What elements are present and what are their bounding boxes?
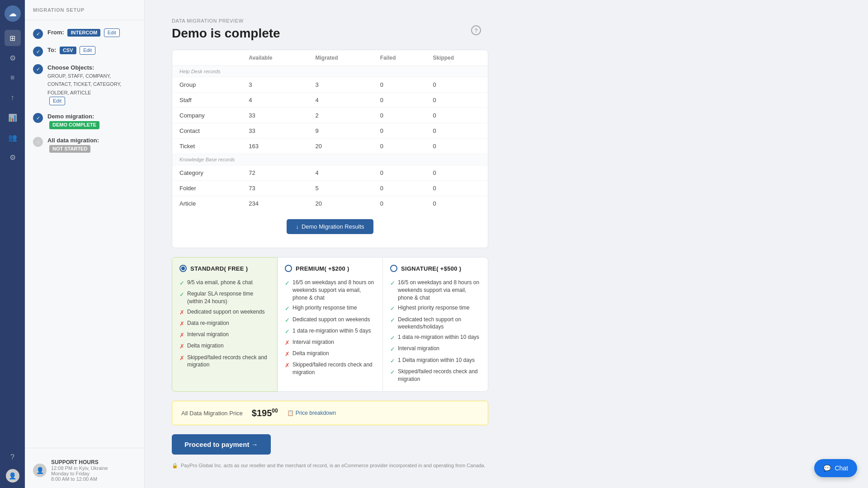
x-icon: ✗ [179, 354, 184, 362]
price-bar: All Data Migration Price $19500 📋 Price … [172, 401, 488, 425]
record-failed: 0 [373, 181, 426, 196]
record-migrated: 4 [308, 93, 373, 108]
record-migrated: 3 [308, 77, 373, 93]
record-migrated: 20 [308, 196, 373, 211]
pricing-card-standard[interactable]: STANDARD( FREE ) ✓9/5 via email, phone &… [172, 257, 278, 392]
nav-icon-gear2[interactable]: ⚙ [5, 149, 21, 165]
feature-item: ✓1 data re-migration within 5 days [285, 326, 375, 337]
table-row: Company 33 2 0 0 [172, 108, 488, 123]
user-avatar[interactable]: 👤 [6, 469, 19, 483]
record-failed: 0 [373, 196, 426, 211]
col-header-migrated: Migrated [308, 50, 373, 66]
check-icon: ✓ [285, 279, 290, 287]
plan-radio-premium[interactable] [285, 265, 292, 272]
plan-radio-signature[interactable] [390, 265, 397, 272]
feature-item: ✗Delta migration [179, 341, 270, 352]
record-failed: 0 [373, 139, 426, 154]
feature-item: ✓Dedicated tech support on weekends/holi… [390, 314, 481, 333]
record-available: 234 [241, 196, 308, 211]
col-header-available: Available [241, 50, 308, 66]
nav-icon-analytics[interactable]: 📊 [5, 109, 21, 126]
nav-icon-cloud[interactable]: ↑ [5, 89, 21, 106]
record-skipped: 0 [425, 139, 488, 154]
record-available: 33 [241, 108, 308, 123]
check-icon: ✓ [390, 357, 395, 365]
feature-list-premium: ✓16/5 on weekdays and 8 hours on weekend… [285, 277, 375, 378]
nav-icon-list[interactable]: ≡ [5, 70, 21, 86]
from-edit-button[interactable]: Edit [104, 28, 120, 37]
sidebar-steps: ✓ From: INTERCOM Edit ✓ To: CSV Edit ✓ C… [25, 20, 144, 448]
step-label-demo: Demo migration: DEMO COMPLETE [47, 113, 136, 129]
col-header-failed: Failed [373, 50, 426, 66]
step-circle-full: ○ [33, 137, 43, 147]
proceed-button[interactable]: Proceed to payment → [172, 434, 271, 455]
step-circle-from: ✓ [33, 29, 43, 39]
record-name: Group [172, 77, 241, 93]
nav-icon-dashboard[interactable]: ⊞ [5, 30, 21, 46]
nav-icon-users[interactable]: 👥 [5, 129, 21, 145]
col-header-record [172, 50, 241, 66]
step-label-objects: Choose Objects: GROUP, STAFF, COMPANY, C… [47, 64, 136, 105]
help-icon[interactable]: ? [471, 25, 481, 35]
plan-radio-standard[interactable] [179, 265, 187, 272]
pricing-card-premium[interactable]: PREMIUM( +$200 ) ✓16/5 on weekdays and 8… [278, 257, 383, 392]
pricing-section: STANDARD( FREE ) ✓9/5 via email, phone &… [172, 257, 488, 392]
lock-icon: 🔒 [172, 462, 178, 469]
record-available: 33 [241, 123, 308, 139]
feature-item: ✓Dedicated support on weekends [285, 314, 375, 326]
col-header-skipped: Skipped [425, 50, 488, 66]
plan-header: STANDARD( FREE ) [179, 265, 270, 272]
step-circle-demo: ✓ [33, 113, 43, 123]
record-available: 72 [241, 165, 308, 181]
plan-name-standard: STANDARD( FREE ) [190, 265, 248, 272]
table-section-row: Knowledge Base records [172, 154, 488, 165]
price-breakdown-link[interactable]: 📋 Price breakdown [287, 410, 336, 416]
check-icon: ✓ [179, 279, 184, 287]
footer-avatar: 👤 [33, 464, 47, 477]
page-title: Demo is complete [172, 26, 488, 41]
download-icon: ↓ [296, 223, 299, 230]
record-failed: 0 [373, 123, 426, 139]
nav-icon-help[interactable]: ? [5, 449, 21, 465]
pricing-card-signature[interactable]: SIGNATURE( +$500 ) ✓16/5 on weekdays and… [383, 257, 488, 392]
record-name: Company [172, 108, 241, 123]
record-skipped: 0 [425, 77, 488, 93]
x-icon: ✗ [179, 320, 184, 328]
demo-tag: DEMO COMPLETE [49, 121, 99, 129]
record-skipped: 0 [425, 165, 488, 181]
demo-results-button[interactable]: ↓ Demo Migration Results [287, 219, 373, 234]
support-timezone: 12:08 PM in Kyiv, Ukraine [51, 465, 108, 471]
payment-note: 🔒 PayPro Global Inc. acts as our reselle… [172, 462, 488, 469]
full-tag: NOT STARTED [49, 145, 90, 153]
sidebar: MIGRATION SETUP ✓ From: INTERCOM Edit ✓ … [25, 0, 145, 488]
chat-button[interactable]: 💬 Chat [814, 459, 857, 477]
feature-item: ✓Interval migration [390, 343, 481, 355]
record-skipped: 0 [425, 123, 488, 139]
results-card: Available Migrated Failed Skipped Help D… [172, 50, 488, 248]
record-available: 73 [241, 181, 308, 196]
step-objects: ✓ Choose Objects: GROUP, STAFF, COMPANY,… [33, 64, 136, 105]
record-name: Ticket [172, 139, 241, 154]
feature-list-signature: ✓16/5 on weekdays and 8 hours on weekend… [390, 277, 481, 384]
record-available: 4 [241, 93, 308, 108]
objects-edit-button[interactable]: Edit [49, 97, 65, 105]
feature-item: ✓1 data re-migration within 10 days [390, 332, 481, 343]
step-full: ○ All data migration: NOT STARTED [33, 136, 136, 153]
feature-item: ✓9/5 via email, phone & chat [179, 277, 270, 289]
feature-list-standard: ✓9/5 via email, phone & chat✓Regular SLA… [179, 277, 270, 370]
step-from: ✓ From: INTERCOM Edit [33, 28, 136, 39]
table-row: Folder 73 5 0 0 [172, 181, 488, 196]
record-failed: 0 [373, 108, 426, 123]
step-label-from: From: INTERCOM Edit [47, 28, 120, 37]
x-icon: ✗ [179, 309, 184, 317]
to-tag: CSV [60, 47, 76, 54]
record-failed: 0 [373, 93, 426, 108]
app-logo[interactable]: ☁ [5, 5, 21, 22]
to-edit-button[interactable]: Edit [80, 46, 95, 55]
record-skipped: 0 [425, 181, 488, 196]
feature-item: ✓16/5 on weekdays and 8 hours on weekend… [285, 277, 375, 303]
feature-item: ✓Regular SLA response time (within 24 ho… [179, 289, 270, 307]
step-circle-objects: ✓ [33, 64, 43, 74]
nav-icon-settings[interactable]: ⚙ [5, 50, 21, 66]
step-label-to: To: CSV Edit [47, 46, 95, 55]
